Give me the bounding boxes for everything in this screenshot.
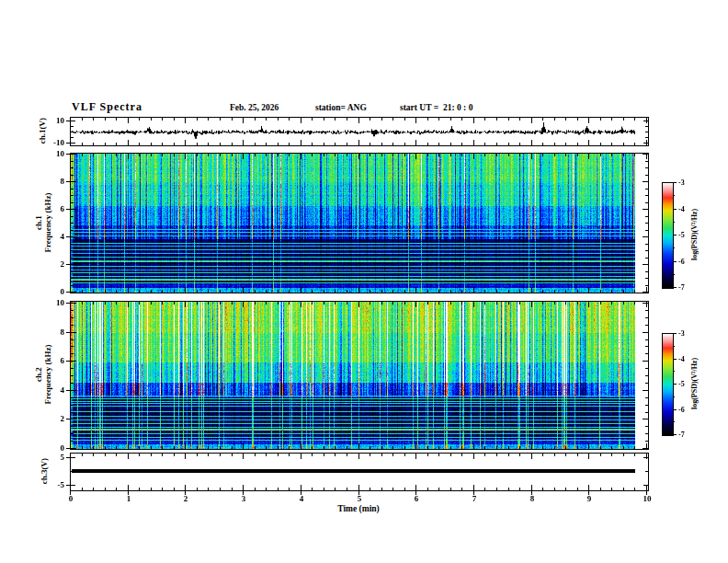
x-minor-tick	[496, 302, 497, 304]
y-minor-tick	[71, 292, 76, 293]
x-minor-tick	[611, 488, 612, 490]
y-minor-tick	[645, 285, 648, 286]
x-minor-tick	[392, 446, 393, 449]
x-minor-tick	[554, 446, 555, 449]
y-minor-tick	[645, 195, 648, 196]
y-minor-tick	[645, 375, 648, 376]
y-major-tick	[66, 448, 70, 449]
x-minor-tick	[577, 488, 578, 490]
x-minor-tick	[450, 446, 451, 449]
x-minor-tick	[243, 302, 244, 307]
y-major-tick	[66, 303, 70, 304]
x-minor-tick	[82, 302, 83, 304]
x-minor-tick	[335, 446, 336, 449]
x-minor-tick	[588, 302, 589, 307]
x-minor-tick	[484, 488, 485, 490]
x-minor-tick	[554, 290, 555, 293]
y-minor-tick	[71, 412, 74, 413]
x-minor-tick	[519, 454, 520, 456]
y-minor-tick	[645, 216, 648, 217]
x-minor-tick	[289, 446, 290, 449]
x-minor-tick	[185, 485, 186, 490]
y-minor-tick	[71, 258, 74, 259]
y-tick-label: 4	[39, 385, 64, 395]
y-minor-tick	[645, 433, 648, 434]
x-minor-tick	[577, 290, 578, 293]
y-minor-tick	[71, 405, 74, 406]
y-minor-tick	[643, 181, 648, 182]
y-minor-tick	[71, 310, 74, 311]
x-minor-tick	[116, 302, 117, 304]
x-minor-tick	[427, 488, 428, 490]
y-minor-tick	[71, 271, 74, 272]
x-minor-tick	[484, 446, 485, 449]
y-minor-tick	[71, 223, 74, 224]
x-minor-tick	[255, 118, 256, 121]
x-minor-tick	[415, 287, 416, 293]
ch2-frequency-axis-text: Frequency (kHz)	[43, 344, 52, 404]
x-minor-tick	[301, 485, 301, 490]
vlf-spectra-plot: VLF Spectra Feb. 25, 2026 station= ANG s…	[0, 0, 728, 563]
colorbar-tick-label: -4	[678, 355, 693, 363]
x-minor-tick	[611, 143, 612, 145]
x-minor-tick	[243, 154, 244, 159]
y-minor-tick	[645, 132, 648, 132]
x-minor-tick	[116, 154, 117, 156]
x-minor-tick	[208, 154, 209, 156]
x-minor-tick	[174, 154, 175, 156]
x-minor-tick	[508, 143, 509, 145]
x-minor-tick	[232, 446, 233, 449]
x-minor-tick	[266, 488, 267, 490]
x-minor-tick	[312, 290, 313, 293]
colorbar-tick-label: -6	[678, 406, 693, 414]
x-minor-tick	[301, 118, 301, 123]
x-minor-tick	[151, 302, 152, 304]
x-minor-tick	[634, 290, 635, 293]
x-minor-tick	[392, 290, 393, 293]
x-minor-tick	[278, 118, 279, 121]
x-minor-tick	[151, 143, 152, 145]
x-minor-tick	[220, 302, 221, 304]
colorbar-tick	[673, 261, 677, 262]
ch1-spectrogram-panel	[70, 153, 649, 293]
x-minor-tick	[496, 154, 497, 156]
x-minor-tick	[565, 446, 566, 449]
x-minor-tick	[312, 154, 313, 156]
y-minor-tick	[71, 419, 76, 419]
x-minor-tick	[335, 290, 336, 293]
x-minor-tick	[634, 302, 635, 304]
x-tick-label: 3	[233, 494, 254, 503]
y-major-tick	[66, 121, 70, 121]
colorbar-tick-label: -3	[678, 329, 693, 338]
x-minor-tick	[347, 302, 347, 304]
x-minor-tick	[324, 302, 324, 304]
x-minor-tick	[174, 454, 175, 456]
x-minor-tick	[438, 488, 439, 490]
x-minor-tick	[370, 488, 370, 490]
x-minor-tick	[461, 154, 462, 156]
x-minor-tick	[335, 488, 336, 490]
x-minor-tick	[347, 290, 347, 293]
x-minor-tick	[600, 143, 601, 145]
x-minor-tick	[93, 302, 94, 304]
x-minor-tick	[128, 287, 129, 293]
x-minor-tick	[358, 454, 359, 459]
x-minor-tick	[289, 302, 290, 304]
x-minor-tick	[151, 154, 152, 156]
x-minor-tick	[623, 302, 624, 304]
x-minor-tick	[162, 143, 163, 145]
x-minor-tick	[93, 143, 94, 145]
x-minor-tick	[139, 302, 140, 304]
x-minor-tick	[128, 485, 129, 490]
x-minor-tick	[519, 143, 520, 145]
x-minor-tick	[611, 290, 612, 293]
x-minor-tick	[185, 154, 186, 159]
x-minor-tick	[220, 446, 221, 449]
y-minor-tick	[645, 339, 648, 340]
x-minor-tick	[301, 454, 301, 459]
x-minor-tick	[415, 454, 416, 459]
x-minor-tick	[496, 290, 497, 293]
x-minor-tick	[611, 118, 612, 121]
x-minor-tick	[461, 302, 462, 304]
x-minor-tick	[151, 446, 152, 449]
